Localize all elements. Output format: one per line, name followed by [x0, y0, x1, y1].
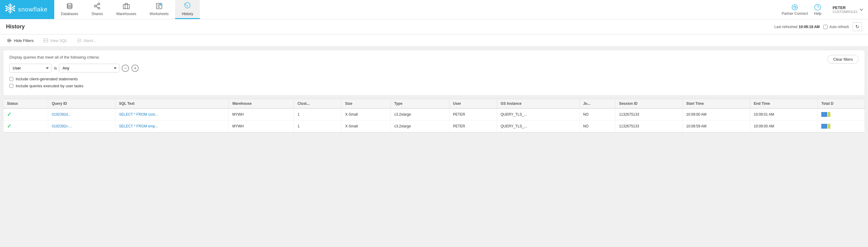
sql-text-link[interactable]: SELECT * FROM emp...	[119, 124, 158, 128]
svg-line-16	[13, 8, 14, 9]
bar-segment-yellow	[828, 112, 830, 117]
cell-query-id[interactable]: 0192392c-...	[48, 120, 116, 132]
col-sql-text: SQL Text	[115, 99, 228, 108]
status-check-icon: ✓	[7, 111, 11, 117]
filter-operator-label: is	[54, 66, 57, 71]
duration-bar	[821, 124, 861, 129]
svg-line-21	[96, 6, 98, 7]
nav-item-shares[interactable]: Shares	[85, 0, 110, 19]
col-cluster: Clust...	[294, 99, 341, 108]
col-user: User	[450, 99, 497, 108]
nav-items: Databases Shares	[54, 0, 777, 19]
help-nav[interactable]: Help	[814, 4, 822, 16]
auto-refresh-label[interactable]: Auto refresh	[830, 25, 849, 29]
filter-area: Display queries that meet all of the fol…	[3, 50, 865, 96]
user-tasks-checkbox[interactable]	[9, 84, 13, 88]
remove-filter-button[interactable]: −	[122, 65, 129, 72]
auto-refresh-area: Auto refresh	[824, 25, 849, 29]
logo-area[interactable]: snowflake	[0, 0, 54, 19]
filter-field-select[interactable]: User	[9, 64, 52, 73]
cell-sql-text[interactable]: SELECT * FROM cont...	[115, 108, 228, 120]
svg-line-22	[96, 4, 98, 5]
hide-filters-button[interactable]: Hide Filters	[5, 37, 36, 44]
refresh-time: 10:09:18 AM	[799, 25, 820, 29]
cell-warehouse: MYWH	[228, 120, 294, 132]
svg-line-11	[8, 10, 9, 12]
svg-line-12	[11, 10, 12, 12]
client-statements-checkbox[interactable]	[9, 77, 13, 81]
cell-status: ✓	[3, 108, 48, 120]
cell-sql-text[interactable]: SELECT * FROM emp...	[115, 120, 228, 132]
auto-refresh-checkbox[interactable]	[824, 25, 828, 29]
warehouses-icon	[123, 2, 130, 10]
table-header-row: Status Query ID SQL Text Warehouse Clust…	[3, 99, 865, 108]
col-session-id: Session ID	[615, 99, 682, 108]
bar-segment-blue	[821, 112, 827, 117]
cell-warehouse: MYWH	[228, 108, 294, 120]
cell-cluster: 1	[294, 108, 341, 120]
clear-filters-button[interactable]: Clear filters	[827, 55, 859, 64]
col-start-time: Start Time	[682, 99, 750, 108]
cell-end-time: 10:09:00 AM	[750, 120, 818, 132]
svg-point-25	[792, 4, 798, 10]
client-statements-label[interactable]: Include client-generated statements	[16, 77, 78, 81]
abort-icon	[77, 38, 82, 43]
history-label: History	[182, 12, 193, 16]
filter-content: Display queries that meet all of the fol…	[9, 55, 138, 90]
user-tasks-label[interactable]: Include queries executed by user tasks	[16, 84, 84, 88]
warehouses-label: Warehouses	[116, 12, 136, 16]
page-header: History Last refreshed 10:09:18 AM Auto …	[0, 19, 868, 34]
table-row: ✓0192392c-...SELECT * FROM emp...MYWH1X-…	[3, 120, 865, 132]
checkbox-row-1: Include client-generated statements	[9, 77, 138, 81]
nav-item-databases[interactable]: Databases	[54, 0, 85, 19]
cell-user: PETER	[450, 120, 497, 132]
databases-label: Databases	[61, 12, 78, 16]
top-navigation: snowflake Databases	[0, 0, 868, 19]
table-row: ✓0192392d...SELECT * FROM cont...MYWH1X-…	[3, 108, 865, 120]
cell-cluster: 1	[294, 120, 341, 132]
filter-value-select[interactable]: Any	[59, 64, 119, 73]
toolbar: Hide Filters View SQL Abort...	[0, 34, 868, 47]
user-role: CUSTOMROLE1	[832, 10, 858, 13]
cell-query-id[interactable]: 0192392d...	[48, 108, 116, 120]
col-jo: Jo...	[579, 99, 615, 108]
svg-point-3	[10, 4, 11, 5]
history-icon	[184, 2, 191, 10]
nav-item-warehouses[interactable]: Warehouses	[110, 0, 143, 19]
cell-total-d	[818, 108, 865, 120]
col-total-d: Total D	[818, 99, 865, 108]
query-id-link[interactable]: 0192392d...	[52, 112, 71, 116]
col-query-id: Query ID	[48, 99, 116, 108]
refresh-button[interactable]: ↻	[852, 22, 862, 31]
table-body: ✓0192392d...SELECT * FROM cont...MYWH1X-…	[3, 108, 865, 132]
partner-connect-nav[interactable]: Partner Connect	[781, 4, 808, 16]
view-sql-icon	[43, 38, 48, 43]
view-sql-label: View SQL	[50, 38, 67, 43]
filter-row: User is Any − +	[9, 64, 138, 73]
svg-point-18	[98, 3, 100, 5]
svg-line-10	[11, 5, 12, 6]
partner-connect-label: Partner Connect	[781, 11, 808, 16]
add-filter-button[interactable]: +	[131, 65, 138, 72]
cell-session-id: 1132675133	[615, 120, 682, 132]
worksheets-icon	[156, 2, 163, 10]
user-info: PETER CUSTOMROLE1	[832, 5, 858, 13]
filter-criteria-text: Display queries that meet all of the fol…	[9, 55, 138, 59]
cell-status: ✓	[3, 120, 48, 132]
snowflake-icon	[5, 4, 15, 16]
sql-text-link[interactable]: SELECT * FROM cont...	[119, 112, 158, 116]
user-area[interactable]: PETER CUSTOMROLE1	[827, 5, 863, 13]
abort-button[interactable]: Abort...	[74, 37, 98, 44]
partner-connect-icon	[791, 4, 798, 11]
nav-item-history[interactable]: History	[175, 0, 199, 19]
cell-type: c3.2xlarge	[390, 108, 449, 120]
query-id-link[interactable]: 0192392c-...	[52, 124, 72, 128]
filter-top-row: Display queries that meet all of the fol…	[9, 55, 859, 90]
cell-jo: NO	[579, 120, 615, 132]
cell-session-id: 1132675133	[615, 108, 682, 120]
abort-label: Abort...	[84, 38, 96, 43]
view-sql-button[interactable]: View SQL	[41, 37, 70, 44]
last-refreshed: Last refreshed 10:09:18 AM	[774, 25, 819, 29]
nav-item-worksheets[interactable]: Worksheets	[143, 0, 175, 19]
svg-line-9	[8, 5, 9, 6]
